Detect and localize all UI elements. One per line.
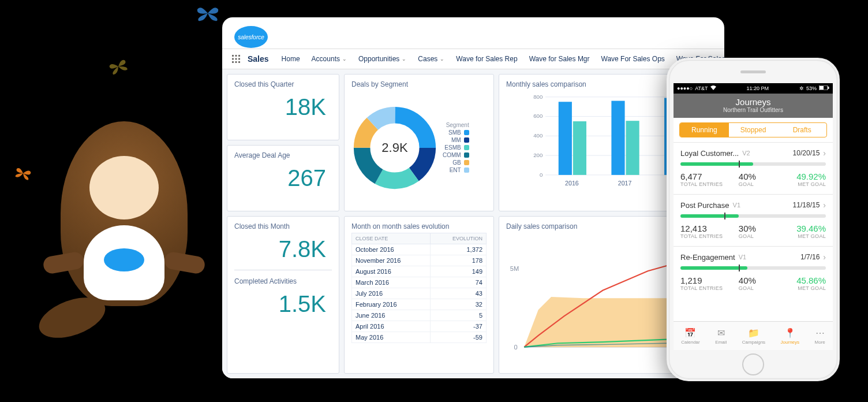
app-launcher-icon[interactable] [227, 49, 245, 69]
salesforce-logo: salesforce [230, 23, 272, 51]
tab-label: Email [715, 340, 727, 345]
tab-journeys[interactable]: 📍Journeys [781, 327, 799, 345]
nav-label: Wave for Sales Rep [456, 55, 517, 63]
progress-bar [680, 214, 826, 218]
dashboard-grid: Closed this Quarter 18K Average Deal Age… [222, 69, 724, 378]
table-row: July 201643 [352, 288, 487, 299]
journey-version: V1 [733, 202, 740, 209]
butterfly-icon [107, 57, 129, 76]
card-closed-quarter: Closed this Quarter 18K [227, 74, 339, 140]
legend-label: GB [452, 159, 461, 166]
svg-rect-2 [238, 55, 240, 57]
metric-value: 267 [234, 162, 332, 194]
bluetooth-icon: ✲ [799, 85, 804, 91]
cell-value: 74 [431, 277, 487, 288]
segment-drafts[interactable]: Drafts [777, 123, 826, 137]
journey-name: Post Purchase [680, 201, 729, 210]
journey-date: 11/18/15 [793, 201, 820, 209]
butterfly-icon [14, 165, 32, 181]
journey-item[interactable]: Re-EngagementV11/7/16›1,219TOTAL ENTRIES… [674, 246, 833, 298]
legend-swatch [464, 168, 469, 173]
tab-calendar[interactable]: 📅Calendar [681, 327, 699, 345]
nav-item-cases[interactable]: Cases⌄ [412, 49, 450, 69]
progress-bar [680, 162, 826, 166]
table-header: CLOSE DATE [352, 233, 431, 244]
journey-date: 10/20/15 [793, 149, 820, 157]
stat-goal: 30% [739, 224, 777, 233]
stat-met-goal: 49.92% [777, 172, 826, 181]
y-tick: 0 [514, 344, 517, 351]
journeys-icon: 📍 [784, 327, 796, 338]
cell-value: 1,372 [431, 244, 487, 255]
nav-item-opportunities[interactable]: Opportunities⌄ [353, 49, 412, 69]
svg-rect-29 [626, 121, 639, 175]
card-title: Closed this Month [234, 222, 332, 230]
tab-campaigns[interactable]: 📁Campaigns [742, 327, 765, 345]
nav-item-wave-for-sales-mgr[interactable]: Wave for Sales Mgr [523, 49, 596, 69]
segment-stopped[interactable]: Stopped [729, 123, 778, 137]
table-row: August 2016149 [352, 266, 487, 277]
tab-label: More [815, 340, 825, 345]
stat-entries: 1,219 [680, 276, 739, 285]
card-title: Average Deal Age [234, 151, 332, 159]
journey-item[interactable]: Loyal Customer...V210/20/15›6,477TOTAL E… [674, 142, 833, 194]
chevron-right-icon: › [823, 252, 826, 262]
nav-label: Home [282, 55, 300, 63]
svg-rect-25 [559, 102, 572, 175]
battery-pct: 53% [806, 85, 817, 91]
svg-text:800: 800 [533, 94, 542, 100]
chevron-right-icon: › [823, 148, 826, 158]
journey-name: Re-Engagement [680, 253, 735, 262]
journey-name: Loyal Customer... [680, 149, 739, 158]
home-button[interactable] [742, 353, 764, 375]
signal-icon: ●●●●○ [677, 85, 693, 91]
donut-chart: 2.9K [351, 105, 438, 191]
nav-label: Wave For Sales Ops [601, 55, 665, 63]
svg-text:2017: 2017 [618, 180, 632, 187]
card-title: Deals by Segment [351, 80, 487, 88]
tab-label: Calendar [681, 340, 699, 345]
table-row: April 2016-37 [352, 321, 487, 332]
segment-running[interactable]: Running [680, 123, 729, 137]
svg-text:2016: 2016 [565, 180, 579, 187]
card-title: Closed this Quarter [234, 80, 332, 88]
legend-label: ESMB [444, 144, 461, 151]
phone-header: Journeys Northern Trail Outfitters [674, 94, 833, 118]
donut-center-value: 2.9K [351, 105, 438, 191]
svg-rect-26 [573, 121, 586, 175]
nav-label: Accounts [312, 55, 340, 63]
legend-swatch [464, 145, 469, 150]
cell-date: July 2016 [352, 288, 431, 299]
phone-screen: ●●●●○ AT&T 11:20 PM ✲ 53% Journeys North… [674, 83, 833, 350]
svg-rect-5 [238, 58, 240, 60]
legend-item: SMB [443, 129, 469, 136]
cell-date: November 2016 [352, 255, 431, 266]
tab-email[interactable]: ✉Email [715, 327, 727, 345]
journey-item[interactable]: Post PurchaseV111/18/15›12,413TOTAL ENTR… [674, 194, 833, 246]
carrier-label: AT&T [695, 85, 708, 91]
page-subtitle: Northern Trail Outfitters [674, 107, 833, 113]
cloud-icon: salesforce [234, 26, 268, 48]
nav-item-accounts[interactable]: Accounts⌄ [306, 49, 353, 69]
nav-item-wave-for-sales-ops[interactable]: Wave For Sales Ops [596, 49, 671, 69]
svg-rect-36 [820, 86, 824, 90]
journey-date: 1/7/16 [800, 253, 820, 261]
battery-icon [819, 85, 829, 91]
legend-swatch [464, 137, 469, 143]
nav-item-wave-for-sales-rep[interactable]: Wave for Sales Rep [450, 49, 523, 69]
cell-date: May 2016 [352, 332, 431, 343]
legend-swatch [464, 152, 469, 158]
phone-speaker [740, 70, 766, 73]
legend-item: ENT [443, 167, 469, 173]
cell-date: October 2016 [352, 244, 431, 255]
tab-more[interactable]: ⋯More [815, 327, 825, 345]
legend-label: ENT [450, 167, 461, 173]
nav-item-home[interactable]: Home [276, 49, 306, 69]
svg-rect-0 [232, 55, 234, 57]
mascot-illustration [32, 92, 216, 370]
metric-value: 7.8K [234, 233, 332, 265]
app-name: Sales [245, 49, 276, 69]
legend-label: SMB [448, 129, 461, 136]
campaigns-icon: 📁 [748, 327, 760, 338]
nav-label: Wave for Sales Mgr [529, 55, 590, 63]
